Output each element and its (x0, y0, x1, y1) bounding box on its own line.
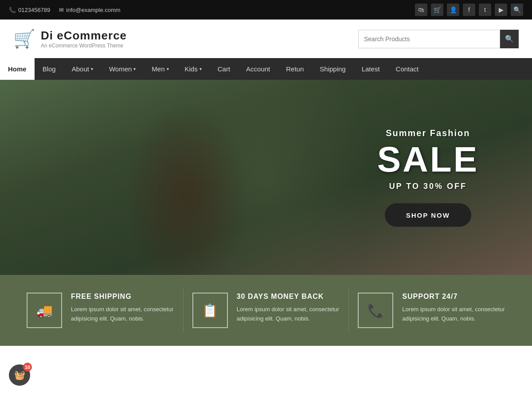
money-back-text: 30 DAYS MONEY BACK Lorem ipsum dolor sit… (237, 293, 340, 324)
money-back-title: 30 DAYS MONEY BACK (237, 293, 340, 301)
search-button[interactable]: 🔍 (500, 30, 519, 48)
hero-content: Summer Fashion SALE UP TO 30% OFF SHOP N… (377, 128, 479, 227)
nav-cart[interactable]: Cart (210, 58, 238, 80)
header: 🛒 Di eCommerce An eCommerce WordPress Th… (0, 20, 532, 58)
men-chevron: ▾ (167, 66, 169, 71)
logo-text: Di eCommerce An eCommerce WordPress Them… (41, 29, 127, 49)
feature-support: 📞 SUPPORT 24/7 Lorem ipsum dolor sit ame… (349, 288, 514, 332)
nav-blog[interactable]: Blog (35, 58, 64, 80)
bag-icon[interactable]: 🛍 (415, 4, 427, 16)
top-bar-contact: 📞 0123456789 ✉ info@example.comm (9, 7, 121, 13)
about-chevron: ▾ (91, 66, 93, 71)
phone-support-icon: 📞 (368, 303, 384, 318)
logo[interactable]: 🛒 Di eCommerce An eCommerce WordPress Th… (13, 28, 127, 49)
search-icon-top[interactable]: 🔍 (511, 4, 523, 16)
top-bar: 📞 0123456789 ✉ info@example.comm 🛍 🛒 👤 f… (0, 0, 532, 20)
youtube-icon[interactable]: ▶ (495, 4, 507, 16)
feature-money-back: 📋 30 DAYS MONEY BACK Lorem ipsum dolor s… (184, 288, 349, 332)
logo-cart-icon: 🛒 (13, 28, 35, 49)
facebook-icon[interactable]: f (463, 4, 475, 16)
support-icon-box: 📞 (358, 293, 393, 328)
phone-info: 📞 0123456789 (9, 7, 50, 13)
nav-home[interactable]: Home (0, 58, 35, 80)
support-desc: Lorem ipsum dolor sit amet, consectetur … (402, 305, 505, 324)
kids-chevron: ▾ (200, 66, 202, 71)
nav-about[interactable]: About ▾ (64, 58, 101, 80)
cart-icon-top[interactable]: 🛒 (431, 4, 443, 16)
nav-shipping[interactable]: Shipping (312, 58, 353, 80)
email-icon: ✉ (59, 7, 64, 13)
logo-title: Di eCommerce (41, 29, 127, 43)
shipping-title: FREE SHIPPING (71, 293, 174, 301)
email-info: ✉ info@example.comm (59, 7, 120, 13)
nav-women[interactable]: Women ▾ (101, 58, 144, 80)
feature-free-shipping: 🚚 FREE SHIPPING Lorem ipsum dolor sit am… (18, 288, 184, 332)
shop-now-button[interactable]: SHOP NOW (385, 203, 471, 227)
nav-account[interactable]: Account (238, 58, 278, 80)
hero-title: SALE (377, 142, 479, 177)
support-text: SUPPORT 24/7 Lorem ipsum dolor sit amet,… (402, 293, 505, 324)
nav-latest[interactable]: Latest (354, 58, 388, 80)
user-icon[interactable]: 👤 (447, 4, 459, 16)
hero-subtitle: Summer Fashion (377, 128, 479, 138)
hero-section: Summer Fashion SALE UP TO 30% OFF SHOP N… (0, 80, 532, 275)
search-input[interactable] (358, 30, 500, 48)
nav-contact[interactable]: Contact (388, 58, 427, 80)
hero-discount: UP TO 30% OFF (377, 182, 479, 191)
phone-icon: 📞 (9, 7, 16, 13)
email-address: info@example.comm (66, 7, 120, 13)
shipping-icon-box: 🚚 (27, 293, 62, 328)
main-nav: Home Blog About ▾ Women ▾ Men ▾ Kids ▾ C… (0, 58, 532, 80)
phone-number: 0123456789 (18, 7, 50, 13)
shipping-text: FREE SHIPPING Lorem ipsum dolor sit amet… (71, 293, 174, 324)
nav-kids[interactable]: Kids ▾ (177, 58, 210, 80)
women-chevron: ▾ (133, 66, 136, 71)
logo-subtitle: An eCommerce WordPress Theme (41, 43, 127, 49)
twitter-icon[interactable]: t (479, 4, 491, 16)
shipping-desc: Lorem ipsum dolor sit amet, consectetur … (71, 305, 174, 324)
nav-return[interactable]: Retun (278, 58, 312, 80)
money-back-desc: Lorem ipsum dolor sit amet, consectetur … (237, 305, 340, 324)
top-bar-icons: 🛍 🛒 👤 f t ▶ 🔍 (415, 4, 523, 16)
money-back-icon-box: 📋 (192, 293, 228, 328)
support-title: SUPPORT 24/7 (402, 293, 505, 301)
features-section: 🚚 FREE SHIPPING Lorem ipsum dolor sit am… (0, 275, 532, 346)
nav-men[interactable]: Men ▾ (144, 58, 176, 80)
calendar-icon: 📋 (202, 303, 218, 318)
truck-icon: 🚚 (36, 303, 53, 318)
search-area: 🔍 (358, 30, 519, 48)
